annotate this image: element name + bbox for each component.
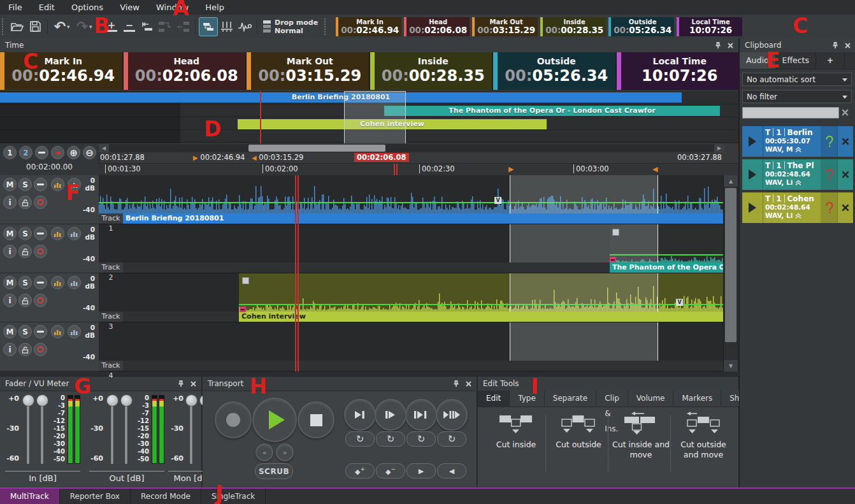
vertical-scroll-thumb[interactable] xyxy=(725,188,736,342)
loop-play-from-mark-button[interactable]: ↻ xyxy=(376,431,405,447)
track-info-button[interactable]: i xyxy=(3,245,17,258)
meter-pre-button[interactable] xyxy=(51,178,64,191)
previous-marker-button[interactable]: ◀ xyxy=(437,463,466,479)
remove-item-icon[interactable] xyxy=(837,126,853,157)
close-icon[interactable] xyxy=(728,43,733,48)
sort-dropdown[interactable]: No automatic sort xyxy=(742,73,852,86)
selection-region[interactable] xyxy=(510,273,658,312)
lock-button[interactable] xyxy=(18,196,32,209)
scroll-down-button[interactable]: ▼ xyxy=(724,360,738,371)
search-input[interactable] xyxy=(742,107,839,119)
split-left-button[interactable] xyxy=(138,18,156,36)
mixer-view-button[interactable] xyxy=(218,18,236,36)
mute-button[interactable]: M xyxy=(3,325,17,338)
stop-button[interactable] xyxy=(298,401,334,438)
track1-clip-label[interactable]: Berlin Briefing 20180801 xyxy=(123,213,723,224)
remove-marker-button[interactable]: ◆− xyxy=(376,463,405,479)
meter-pre-button[interactable] xyxy=(51,325,64,338)
track3-clip-handle[interactable] xyxy=(242,277,249,284)
track-info-button[interactable]: i xyxy=(3,196,17,209)
selection-region[interactable] xyxy=(510,175,658,213)
mark-in-marker[interactable]: ▶ xyxy=(508,165,514,173)
track-info-button[interactable]: i xyxy=(3,294,17,307)
overview-clip-phantom[interactable]: The Phantom of the Opera Or - London Cas… xyxy=(384,106,720,116)
clear-search-icon[interactable] xyxy=(842,109,849,116)
lock-button[interactable] xyxy=(18,343,32,356)
tab-edit[interactable]: Edit xyxy=(478,391,510,407)
play-button[interactable] xyxy=(252,398,297,442)
track2-name-chip[interactable]: Track 2 xyxy=(99,263,123,273)
workspace-singletrack[interactable]: SingleTrack xyxy=(201,489,266,504)
track2-clip-handle[interactable] xyxy=(612,229,619,236)
menu-edit[interactable]: Edit xyxy=(31,0,63,15)
loop-play-between-button[interactable]: ↻ xyxy=(406,431,436,447)
track2-lane[interactable]: Track 2 The Phantom of the Opera Or - Lo xyxy=(99,224,723,273)
zoom-preset-1-button[interactable]: 1 xyxy=(3,146,17,159)
track4-lane[interactable]: Track 4 xyxy=(99,322,723,371)
cut-outside-and-move-button[interactable]: Cut outside and move xyxy=(674,412,733,460)
loop-play-to-mark-button[interactable]: ↻ xyxy=(345,431,375,447)
horizontal-scrollbar[interactable]: ◀ ▶ xyxy=(99,144,724,152)
ruler-playhead[interactable] xyxy=(394,164,398,176)
lock-button[interactable] xyxy=(18,245,32,258)
track3-clip-marker[interactable] xyxy=(240,306,246,312)
menu-file[interactable]: File xyxy=(0,0,31,15)
expand-icon[interactable] xyxy=(794,147,802,153)
solo-button[interactable]: S xyxy=(18,276,32,289)
fader-knob[interactable] xyxy=(120,394,133,407)
lock-button[interactable] xyxy=(18,294,32,307)
clipboard-item-berlin[interactable]: T1Berlin 00:05:30.07 WAV, M xyxy=(742,126,853,157)
mute-button[interactable]: M xyxy=(3,178,17,191)
record-arm-button[interactable] xyxy=(34,294,47,307)
zoom-selection-button[interactable]: ◀▶ xyxy=(51,146,64,159)
record-arm-button[interactable] xyxy=(34,245,47,258)
loop-play-around-button[interactable]: ↻ xyxy=(437,431,466,447)
filter-dropdown[interactable]: No filter xyxy=(742,90,852,103)
expand-icon[interactable] xyxy=(794,213,802,219)
track3-lane[interactable]: V Track 3 Cohen interview xyxy=(99,273,723,322)
tab-markers[interactable]: Markers xyxy=(673,391,721,407)
cut-inside-button[interactable]: Cut inside xyxy=(487,412,545,450)
toolbar-grip[interactable] xyxy=(324,18,329,35)
close-icon[interactable] xyxy=(190,381,196,387)
undo-button[interactable]: ↶ xyxy=(51,18,69,36)
fader-knob[interactable] xyxy=(185,394,198,407)
workspace-record-mode[interactable]: Record Mode xyxy=(131,489,201,504)
record-arm-button[interactable] xyxy=(34,343,47,356)
track-info-button[interactable]: i xyxy=(3,343,17,356)
play-around-marks-button[interactable] xyxy=(436,399,468,431)
fader-knob[interactable] xyxy=(106,394,119,407)
project-overview[interactable]: Berlin Briefing 20180801 The Phantom of … xyxy=(0,91,739,143)
clipboard-item-phantom[interactable]: T1The Pl 00:02:48.64 WAV, Li xyxy=(742,159,853,190)
prelisten-ear-icon[interactable] xyxy=(821,192,837,223)
track3-envelope-marker[interactable]: V xyxy=(676,299,683,306)
waveform-editor-button[interactable] xyxy=(236,18,254,36)
play-icon[interactable] xyxy=(742,126,763,157)
tab-separate[interactable]: Separate xyxy=(545,391,596,407)
solo-button[interactable]: S xyxy=(18,178,32,191)
zoom-in-button[interactable]: ⊕ xyxy=(67,146,80,159)
minimize-track-button[interactable] xyxy=(34,178,47,191)
solo-button[interactable]: S xyxy=(18,325,32,338)
close-icon[interactable] xyxy=(845,43,851,48)
tab-volume[interactable]: Volume xyxy=(628,391,674,407)
remove-item-icon[interactable] xyxy=(837,192,853,223)
remove-item-icon[interactable] xyxy=(837,159,853,190)
tab-clip-ins[interactable]: Clip & Ins. xyxy=(596,391,628,407)
track2-clip-marker[interactable] xyxy=(610,257,616,263)
undo-dropdown-caret[interactable]: ▾ xyxy=(67,24,73,30)
play-icon[interactable] xyxy=(742,192,763,223)
track1-name-chip[interactable]: Track 1 xyxy=(99,213,123,224)
zoom-preset-2-button[interactable]: 2 xyxy=(19,146,32,159)
track3-clip-label[interactable]: Cohen interview xyxy=(239,312,723,322)
zoom-fit-button[interactable] xyxy=(35,146,48,159)
rewind-button[interactable]: « xyxy=(255,443,273,461)
meter-pre-button[interactable] xyxy=(51,276,64,289)
playhead[interactable] xyxy=(295,175,299,371)
menu-help[interactable]: Help xyxy=(197,0,233,15)
add-tab-button[interactable]: + xyxy=(816,52,845,69)
track1-lane[interactable]: V Track 1 Berlin Briefing 20180801 xyxy=(99,175,723,224)
tab-type[interactable]: Type xyxy=(510,391,545,407)
meter-post-button[interactable] xyxy=(68,276,81,289)
expand-icon[interactable] xyxy=(794,180,802,186)
